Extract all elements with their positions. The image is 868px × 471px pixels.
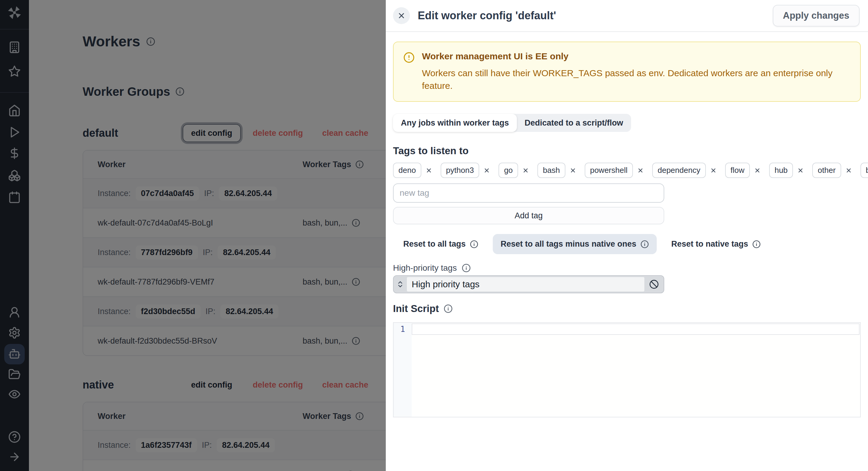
remove-tag-icon[interactable] xyxy=(484,167,490,174)
alert-circle-icon xyxy=(403,52,415,92)
reset-to-all-tags-button[interactable]: Reset to all tags xyxy=(403,239,478,249)
edit-worker-config-drawer: Edit worker config 'default' Apply chang… xyxy=(386,0,868,471)
tag-chip-group: hub xyxy=(769,163,804,178)
remove-tag-icon[interactable] xyxy=(426,167,432,174)
reset-minus-native-button[interactable]: Reset to all tags minus native ones xyxy=(493,234,657,254)
high-priority-label: High-priority tags xyxy=(393,263,457,273)
tag-chip-group: other xyxy=(812,163,852,178)
apply-changes-button[interactable]: Apply changes xyxy=(773,5,860,27)
reset-minus-native-label: Reset to all tags minus native ones xyxy=(501,239,636,249)
info-icon[interactable] xyxy=(462,264,471,273)
line-number: 1 xyxy=(400,325,405,417)
tag-chip-group: flow xyxy=(725,163,761,178)
worker-mode-tabs: Any jobs within worker tags Dedicated to… xyxy=(393,114,631,132)
chevrons-up-down-icon xyxy=(394,280,407,288)
tag-chip: go xyxy=(498,163,518,178)
editor-active-line xyxy=(412,324,860,335)
remove-tag-icon[interactable] xyxy=(797,167,804,174)
remove-tag-icon[interactable] xyxy=(845,167,852,174)
drawer-body: Worker management UI is EE only Workers … xyxy=(386,32,868,417)
info-icon xyxy=(752,240,761,248)
editor-content[interactable] xyxy=(412,323,860,417)
info-icon xyxy=(470,240,478,248)
reset-all-label: Reset to all tags xyxy=(403,239,466,249)
tag-chip: other xyxy=(812,163,841,178)
warning-body: Workers can still have their WORKER_TAGS… xyxy=(422,67,847,92)
tag-chip: bun xyxy=(861,163,868,178)
tag-chip-group: powershell xyxy=(585,163,644,178)
info-icon[interactable] xyxy=(444,304,453,313)
tag-chip-group: deno xyxy=(393,163,432,178)
tag-chip: flow xyxy=(725,163,750,178)
tag-chip: hub xyxy=(769,163,793,178)
tab-any-jobs-within-worker-tags[interactable]: Any jobs within worker tags xyxy=(393,114,517,132)
reset-native-label: Reset to native tags xyxy=(671,239,748,249)
tag-chip: dependency xyxy=(652,163,706,178)
tag-chip: python3 xyxy=(441,163,479,178)
warning-title: Worker management UI is EE only xyxy=(422,51,847,61)
high-priority-placeholder: High priority tags xyxy=(407,277,644,292)
remove-tag-icon[interactable] xyxy=(754,167,761,174)
remove-tag-icon[interactable] xyxy=(569,167,576,174)
add-tag-button[interactable]: Add tag xyxy=(393,207,664,224)
tag-chip: bash xyxy=(537,163,565,178)
tag-chip-group: go xyxy=(498,163,529,178)
init-script-heading: Init Script xyxy=(393,303,439,314)
app-window: Workers Worker Groups default edit confi… xyxy=(0,0,868,471)
editor-gutter: 1 xyxy=(394,323,412,417)
close-icon[interactable] xyxy=(393,7,410,24)
new-tag-input[interactable] xyxy=(393,183,664,203)
tag-chip: powershell xyxy=(585,163,633,178)
ban-icon xyxy=(647,279,661,289)
ee-warning-banner: Worker management UI is EE only Workers … xyxy=(393,41,861,102)
tab-dedicated-to-script-flow[interactable]: Dedicated to a script/flow xyxy=(517,114,631,132)
init-script-editor[interactable]: 1 xyxy=(393,322,861,417)
remove-tag-icon[interactable] xyxy=(522,167,529,174)
tag-chip-group: bun xyxy=(861,163,868,178)
tag-chip: deno xyxy=(393,163,421,178)
tag-chip-list: denopython3gobashpowershelldependencyflo… xyxy=(393,163,861,178)
remove-tag-icon[interactable] xyxy=(637,167,644,174)
tag-chip-group: bash xyxy=(537,163,576,178)
drawer-header: Edit worker config 'default' Apply chang… xyxy=(386,0,868,32)
reset-to-native-tags-button[interactable]: Reset to native tags xyxy=(671,239,761,249)
tag-chip-group: dependency xyxy=(652,163,717,178)
high-priority-tags-select[interactable]: High priority tags xyxy=(393,275,664,293)
drawer-title: Edit worker config 'default' xyxy=(418,9,773,22)
tags-heading: Tags to listen to xyxy=(393,145,469,157)
remove-tag-icon[interactable] xyxy=(710,167,717,174)
tag-chip-group: python3 xyxy=(441,163,490,178)
reset-actions: Reset to all tags Reset to all tags minu… xyxy=(403,234,861,254)
info-icon xyxy=(641,240,649,248)
